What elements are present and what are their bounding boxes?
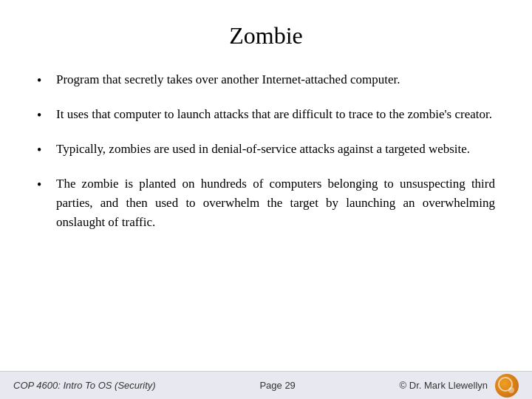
bullet-item-4: • The zombie is planted on hundreds of c… (37, 174, 495, 233)
footer-right: © Dr. Mark Llewellyn (400, 374, 519, 398)
bullet-text-4: The zombie is planted on hundreds of com… (56, 174, 495, 233)
bullet-item-2: • It uses that computer to launch attack… (37, 105, 495, 126)
slide-content: Zombie • Program that secretly takes ove… (0, 0, 532, 371)
footer-page-number: Page 29 (259, 380, 295, 391)
logo-icon (495, 374, 519, 398)
bullet-dot-3: • (37, 140, 52, 161)
footer-course-label: COP 4600: Intro To OS (Security) (13, 380, 156, 391)
slide-title: Zombie (37, 22, 495, 50)
bullet-list: • Program that secretly takes over anoth… (37, 70, 495, 233)
footer-copyright: © Dr. Mark Llewellyn (400, 380, 488, 391)
bullet-text-1: Program that secretly takes over another… (56, 70, 495, 89)
bullet-dot-2: • (37, 106, 52, 126)
bullet-item-3: • Typically, zombies are used in denial-… (37, 140, 495, 161)
bullet-text-2: It uses that computer to launch attacks … (56, 105, 495, 124)
slide-footer: COP 4600: Intro To OS (Security) Page 29… (0, 371, 532, 399)
slide-container: Zombie • Program that secretly takes ove… (0, 0, 532, 399)
bullet-dot-1: • (37, 71, 52, 92)
bullet-dot-4: • (37, 175, 52, 196)
bullet-item-1: • Program that secretly takes over anoth… (37, 70, 495, 92)
bullet-text-3: Typically, zombies are used in denial-of… (56, 140, 495, 159)
